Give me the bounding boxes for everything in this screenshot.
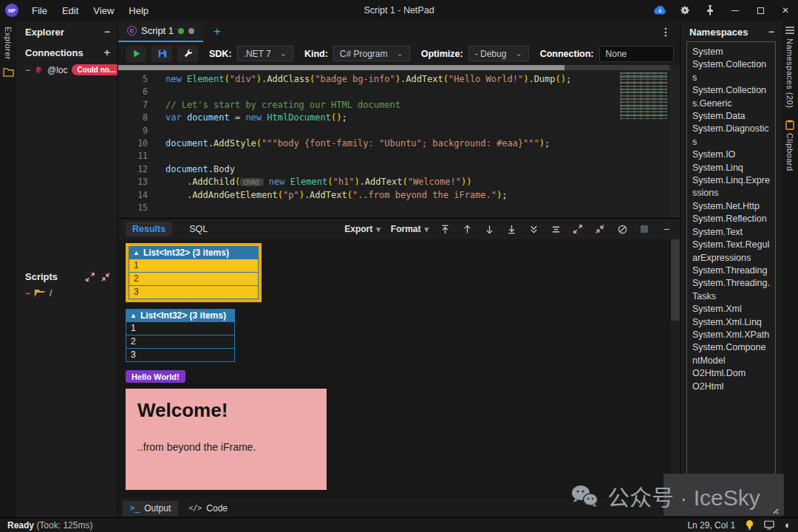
namespace-item[interactable]: System.Text: [692, 226, 770, 239]
code-line[interactable]: 11: [118, 150, 621, 163]
collapse-depth-icon[interactable]: [550, 225, 562, 234]
namespace-item[interactable]: System.ComponentModel: [692, 341, 770, 367]
namespace-item[interactable]: System.IO: [692, 149, 770, 161]
code-line[interactable]: 7// Let's start by creating our HTML doc…: [118, 99, 621, 112]
export-menu[interactable]: Export ▾: [344, 224, 381, 234]
namespace-item[interactable]: System.Threading.Tasks: [692, 277, 770, 303]
cursor-position[interactable]: Ln 29, Col 1: [687, 520, 735, 531]
add-connection-icon[interactable]: +: [104, 47, 110, 58]
line-number: 6: [118, 86, 148, 98]
format-menu[interactable]: Format ▾: [391, 224, 429, 234]
code-line[interactable]: 15: [118, 202, 621, 214]
scripts-folder-item[interactable]: − /: [16, 286, 117, 301]
properties-wrench-icon[interactable]: [177, 46, 198, 62]
result-table-header[interactable]: ▲List<Int32> (3 items): [126, 309, 235, 322]
menu-view[interactable]: View: [86, 0, 121, 21]
collapse-explorer-icon[interactable]: −: [104, 26, 110, 38]
namespace-item[interactable]: System.Data: [692, 110, 770, 123]
cloud-sync-icon[interactable]: [647, 0, 672, 21]
namespace-item[interactable]: System.Xml.Linq: [692, 316, 770, 329]
minimap[interactable]: [620, 72, 667, 120]
minimize-button[interactable]: [723, 0, 748, 21]
collapse-namespaces-icon[interactable]: −: [768, 26, 774, 38]
menu-help[interactable]: Help: [121, 0, 156, 21]
tab-code[interactable]: </> Code: [181, 501, 235, 516]
connection-input[interactable]: None: [599, 46, 674, 62]
namespace-item[interactable]: O2Html.Dom: [692, 367, 770, 380]
tab-results[interactable]: Results: [126, 222, 172, 236]
tree-expand-icon[interactable]: −: [25, 288, 30, 299]
results-content: ▲List<Int32> (3 items)123▲List<Int32> (3…: [118, 239, 680, 499]
code-editor[interactable]: 5new Element("div").AddClass("badge bg-i…: [118, 65, 680, 218]
namespace-item[interactable]: System.Text.RegularExpressions: [692, 239, 770, 265]
namespace-item[interactable]: O2Html: [692, 381, 770, 393]
tree-expand-icon[interactable]: −: [25, 65, 30, 75]
result-table-row: 3: [129, 286, 259, 299]
clear-results-icon[interactable]: [616, 225, 628, 234]
scroll-to-top-icon[interactable]: [439, 225, 451, 234]
card-view-icon[interactable]: [638, 225, 650, 233]
save-button[interactable]: [151, 46, 172, 62]
resize-grip-icon[interactable]: [771, 507, 779, 514]
tab-sql[interactable]: SQL: [183, 222, 214, 236]
scrollbar-thumb[interactable]: [671, 239, 680, 321]
namespace-item[interactable]: System.Linq: [692, 162, 770, 174]
result-table-header[interactable]: ▲List<Int32> (3 items): [129, 246, 259, 259]
namespace-item[interactable]: System.Diagnostics: [692, 123, 770, 149]
namespace-item[interactable]: System.Reflection: [692, 213, 770, 225]
theme-toggle-icon[interactable]: ◐: [785, 519, 791, 531]
connection-item[interactable]: − @loc Could no...: [16, 62, 117, 78]
vertical-scrollbar[interactable]: [669, 65, 680, 218]
namespace-item[interactable]: System.Net.Http: [692, 200, 770, 213]
namespace-item[interactable]: System.Linq.Expressions: [692, 174, 770, 200]
run-button[interactable]: [126, 46, 146, 62]
collapse-results-icon[interactable]: [594, 225, 606, 233]
settings-gear-icon[interactable]: [672, 0, 698, 21]
horizontal-scrollbar[interactable]: [118, 65, 669, 70]
maximize-button[interactable]: [748, 0, 773, 21]
connection-label: Connection:: [540, 49, 594, 59]
namespace-item[interactable]: System.Xml: [692, 303, 770, 316]
code-line[interactable]: 6: [118, 86, 621, 98]
kind-dropdown[interactable]: C# Program ⌄: [333, 46, 410, 61]
explorer-strip-tab[interactable]: Explorer: [4, 27, 13, 60]
namespace-item[interactable]: System.Xml.XPath: [692, 329, 770, 341]
scrollbar-thumb[interactable]: [118, 65, 565, 70]
tab-output[interactable]: >_ Output: [123, 501, 178, 516]
namespaces-strip-tab[interactable]: Namespaces (20): [785, 38, 794, 108]
code-line[interactable]: 12document.Body: [118, 163, 621, 176]
namespace-item[interactable]: System.Collections.Generic: [692, 84, 770, 110]
menu-edit[interactable]: Edit: [55, 0, 86, 21]
lightbulb-icon[interactable]: [746, 519, 754, 531]
folder-icon[interactable]: [3, 67, 14, 77]
clipboard-strip-tab[interactable]: Clipboard: [785, 133, 794, 171]
close-button[interactable]: ✕: [773, 0, 798, 21]
scroll-to-bottom-icon[interactable]: [505, 225, 517, 234]
collapse-panel-icon[interactable]: −: [661, 223, 672, 235]
arrow-down-icon[interactable]: [483, 225, 495, 234]
chevron-double-down-icon[interactable]: [528, 225, 539, 234]
sdk-dropdown[interactable]: .NET 7 ⌄: [237, 46, 293, 61]
namespace-item[interactable]: System.Threading: [692, 265, 770, 277]
code-line[interactable]: 9: [118, 125, 621, 137]
menu-file[interactable]: File: [24, 0, 55, 21]
namespace-item[interactable]: System.Collections: [692, 58, 770, 84]
code-line[interactable]: 5new Element("div").AddClass("badge bg-i…: [118, 73, 621, 86]
code-line[interactable]: 10document.AddStyle("""body {font-family…: [118, 137, 621, 150]
welcome-paragraph: ..from beyond the iFrame.: [137, 441, 315, 453]
pin-icon[interactable]: [698, 0, 723, 21]
arrow-up-icon[interactable]: [461, 225, 473, 234]
code-line[interactable]: 8var document = new HtmlDocument();: [118, 112, 621, 124]
optimize-dropdown[interactable]: - Debug ⌄: [468, 46, 529, 61]
expand-all-icon[interactable]: [86, 273, 95, 282]
collapse-all-icon[interactable]: [101, 273, 110, 282]
new-tab-button[interactable]: +: [203, 21, 231, 42]
results-scrollbar[interactable]: [671, 239, 680, 499]
code-line[interactable]: 14 .AddAndGetElement("p").AddText("..fro…: [118, 189, 621, 202]
code-line[interactable]: 13 .AddChild(child: new Element("h1").Ad…: [118, 176, 621, 188]
expand-results-icon[interactable]: [572, 225, 584, 233]
tab-script-1[interactable]: C Script 1: [118, 21, 203, 42]
tab-overflow-menu-icon[interactable]: ⋮: [652, 21, 680, 42]
namespace-item[interactable]: System: [692, 46, 770, 58]
monitor-icon[interactable]: [764, 520, 774, 530]
